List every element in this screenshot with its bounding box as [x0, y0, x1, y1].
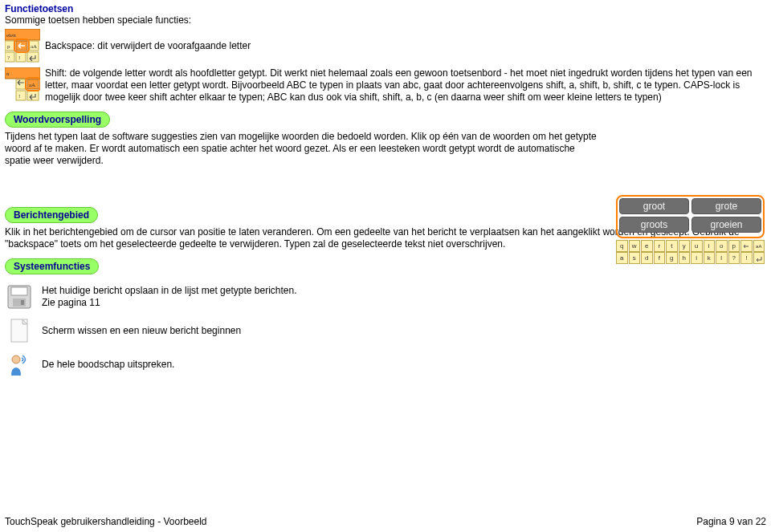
svg-rect-16 — [16, 91, 26, 100]
sys-row-save: Het huidige bericht opslaan in de lijst … — [5, 282, 766, 311]
suggestion-panel: groot grote groots groeien q w e r t y u… — [616, 195, 765, 264]
sys-save-text: Het huidige bericht opslaan in de lijst … — [42, 285, 297, 309]
sys-row-clear: Scherm wissen en een nieuw bericht begin… — [5, 316, 766, 345]
suggestion-grote[interactable]: grote — [691, 198, 761, 214]
svg-rect-12 — [5, 67, 40, 79]
mini-label-eien: eien — [6, 32, 16, 39]
page-footer: TouchSpeak gebruikershandleiding - Voorb… — [5, 516, 766, 527]
key-g[interactable]: g — [666, 252, 678, 264]
mini-keyboard-backspace: eien p aA ? ! — [5, 29, 40, 64]
key-e[interactable]: e — [641, 240, 653, 252]
key-shift-mini[interactable]: aA — [753, 240, 765, 252]
floppy-disk-icon — [5, 282, 34, 311]
key-y[interactable]: y — [679, 240, 691, 252]
svg-rect-23 — [21, 300, 24, 305]
key-l[interactable]: l — [716, 252, 728, 264]
sys-clear-text: Scherm wissen en een nieuw bericht begin… — [42, 325, 241, 337]
key-enter-mini[interactable] — [753, 252, 765, 264]
svg-rect-18 — [27, 91, 39, 100]
mini-kbd-row1: q w e r t y u i o p aA — [616, 240, 765, 252]
suggestion-ring: groot grote groots groeien — [616, 195, 765, 238]
svg-rect-13 — [16, 79, 26, 89]
footer-page: Pagina 9 van 22 — [696, 516, 766, 527]
key-r[interactable]: r — [654, 240, 666, 252]
key-u[interactable]: u — [691, 240, 703, 252]
mini-label-n: n — [6, 71, 10, 77]
key-f[interactable]: f — [654, 252, 666, 264]
svg-text:aA: aA — [29, 82, 35, 88]
key-question[interactable]: ? — [728, 252, 740, 264]
heading-systeemfuncties: Systeemfuncties — [5, 258, 99, 274]
suggestion-groots[interactable]: groots — [619, 217, 689, 233]
suggestion-groeien[interactable]: groeien — [691, 217, 761, 233]
key-a[interactable]: a — [616, 252, 628, 264]
heading-berichtengebied: Berichtengebied — [5, 207, 98, 223]
suggestion-groot[interactable]: groot — [619, 198, 689, 214]
key-t[interactable]: t — [666, 240, 678, 252]
key-h[interactable]: h — [679, 252, 691, 264]
svg-rect-21 — [11, 287, 27, 295]
key-s[interactable]: s — [629, 252, 641, 264]
intro-text: Sommige toetsen hebben speciale functies… — [5, 14, 766, 26]
heading-woordvoorspelling: Woordvoorspelling — [5, 112, 110, 128]
footer-title: TouchSpeak gebruikershandleiding - Voorb… — [5, 516, 207, 527]
svg-point-25 — [12, 355, 20, 363]
row-shift: n aA ! Shift: de volgende letter wordt a… — [5, 67, 766, 104]
sys-save-line2: Zie pagina 11 — [42, 297, 100, 308]
blank-page-icon — [5, 316, 34, 345]
woordvoorspelling-text: Tijdens het typen laat de software sugge… — [5, 131, 599, 167]
speaking-person-icon — [5, 350, 34, 379]
key-q[interactable]: q — [616, 240, 628, 252]
backspace-description: Backspace: dit verwijdert de voorafgaand… — [45, 29, 251, 52]
mini-kbd-row2: a s d f g h i k l ? ! — [616, 252, 765, 264]
key-p[interactable]: p — [728, 240, 740, 252]
row-backspace: eien p aA ? ! Backspace: dit verwijdert … — [5, 29, 766, 64]
key-i[interactable]: i — [704, 240, 716, 252]
svg-text:?: ? — [7, 55, 10, 61]
sys-save-line1: Het huidige bericht opslaan in de lijst … — [42, 285, 297, 296]
key-o[interactable]: o — [716, 240, 728, 252]
mini-keyboard-shift: n aA ! — [5, 67, 40, 103]
section-title-functietoetsen: Functietoetsen — [5, 3, 766, 14]
svg-text:p: p — [7, 43, 10, 50]
sys-speak-text: De hele boodschap uitspreken. — [42, 359, 174, 371]
key-backspace-mini[interactable] — [740, 240, 753, 252]
key-k[interactable]: k — [704, 252, 716, 264]
svg-rect-10 — [27, 52, 39, 62]
key-w[interactable]: w — [629, 240, 641, 252]
shift-description: Shift: de volgende letter wordt als hoof… — [45, 67, 766, 104]
key-i2[interactable]: i — [691, 252, 703, 264]
key-d[interactable]: d — [641, 252, 653, 264]
svg-text:!: ! — [18, 55, 20, 61]
svg-text:aA: aA — [31, 43, 37, 50]
svg-rect-8 — [16, 52, 26, 62]
svg-text:!: ! — [18, 93, 20, 99]
sys-row-speak: De hele boodschap uitspreken. — [5, 350, 766, 379]
key-excl[interactable]: ! — [740, 252, 753, 264]
